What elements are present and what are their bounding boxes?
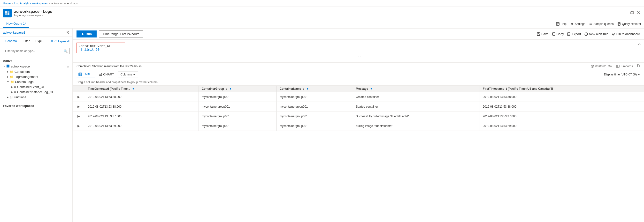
breadcrumb-workspaces[interactable]: Log Analytics workspaces xyxy=(14,2,48,5)
breadcrumb-home[interactable]: Home xyxy=(3,2,11,5)
col-filter-active-icon[interactable]: ▼ xyxy=(306,87,309,90)
tab-new-query-1[interactable]: New Query 1* xyxy=(3,20,29,28)
sidebar-tab-expl[interactable]: Expl... xyxy=(33,38,47,44)
row-expand-button[interactable]: ▶ xyxy=(76,94,82,100)
svg-rect-41 xyxy=(638,65,640,67)
aciworkspace-label: aciworkspace xyxy=(11,65,66,68)
cell-containergroup: mycontainergroup001 xyxy=(199,102,277,111)
results-status-text: Completed. Showing results from the last… xyxy=(76,65,591,68)
editor-collapse-button[interactable] xyxy=(638,42,641,47)
sidebar-item-containerinstancelog[interactable]: ▶ ▦ ContainerInstanceLog_CL xyxy=(0,89,72,95)
close-button[interactable] xyxy=(636,10,641,16)
col-containername[interactable]: ContainerName_s ▼ xyxy=(277,86,353,92)
col-timegenerated[interactable]: TimeGenerated [Pacific Time... ▼ xyxy=(85,86,199,92)
time-range-button[interactable]: Time range: Last 24 hours xyxy=(99,30,143,37)
cell-containergroup: mycontainergroup001 xyxy=(199,111,277,121)
sidebar-item-containerevent[interactable]: ▶ ▦ ContainerEvent_CL xyxy=(0,84,72,89)
row-expand-button[interactable]: ▶ xyxy=(76,123,82,129)
svg-rect-4 xyxy=(631,11,633,14)
col-filter-icon[interactable]: ▼ xyxy=(229,87,232,90)
help-button[interactable]: Help xyxy=(556,22,566,26)
cell-firsttimestamp: 2019-08-02T13:53:38.000 xyxy=(480,102,644,111)
containers-label: Containers xyxy=(14,70,70,73)
sidebar-content: Active ▼ aciworkspace ☆ ▶ 📁 xyxy=(0,56,72,222)
editor-content[interactable]: ContainerEvent_CL | limit 50 xyxy=(76,42,125,53)
row-expand-button[interactable]: ▶ xyxy=(76,113,82,119)
query-explorer-button[interactable]: Query explorer xyxy=(618,22,641,26)
export-label: Export xyxy=(572,32,581,36)
row-expand-button[interactable]: ▶ xyxy=(76,103,82,110)
svg-marker-28 xyxy=(82,33,84,35)
cell-message: Started container xyxy=(353,102,480,111)
favorite-icon[interactable]: ☆ xyxy=(66,65,70,68)
cell-message: Successfully pulled image "fluent/fluent… xyxy=(353,111,480,121)
pin-to-dashboard-button[interactable]: Pin to dashboard xyxy=(612,32,640,36)
svg-rect-32 xyxy=(553,33,555,35)
col-containergroup[interactable]: ContainerGroup_s ▼ xyxy=(199,86,277,92)
tab-add-button[interactable]: + xyxy=(29,21,36,27)
tab-bar: New Query 1* + Help Settings Sample xyxy=(0,19,644,28)
svg-rect-31 xyxy=(537,34,540,35)
col-filter-icon[interactable]: ▼ xyxy=(370,87,373,90)
view-table-button[interactable]: TABLE xyxy=(76,71,95,77)
svg-rect-38 xyxy=(616,65,619,67)
sidebar-collapse-button[interactable]: Collapse all xyxy=(50,40,70,43)
editor-line2: | limit 50 xyxy=(79,48,123,51)
containerevent-label: ContainerEvent_CL xyxy=(17,85,70,89)
svg-rect-3 xyxy=(8,13,10,15)
sidebar-item-aciworkspace[interactable]: ▼ aciworkspace ☆ xyxy=(0,64,72,69)
svg-point-20 xyxy=(68,33,69,34)
sidebar-tab-filter[interactable]: Filter xyxy=(20,38,32,44)
svg-rect-47 xyxy=(100,74,101,76)
results-status-bar: Completed. Showing results from the last… xyxy=(73,63,644,70)
svg-point-19 xyxy=(67,32,68,33)
workspace-link[interactable]: aciworkspace2 xyxy=(3,31,26,34)
query-explorer-label: Query explorer xyxy=(622,22,641,26)
sidebar-item-customlogs[interactable]: ▼ 📁 Custom Logs xyxy=(0,79,72,84)
sidebar-item-logmanagement[interactable]: ▶ 📁 LogManagement xyxy=(0,74,72,79)
sidebar-tab-schema[interactable]: Schema xyxy=(3,38,19,44)
chevron-right-icon: ▶ xyxy=(11,86,13,88)
cell-message: Created container xyxy=(353,92,480,102)
sample-queries-button[interactable]: Sample queries xyxy=(589,22,614,26)
function-icon: fx xyxy=(10,95,12,99)
table-icon: ▦ xyxy=(14,86,16,88)
display-time-selector[interactable]: Display time (UTC-07:00) xyxy=(604,73,640,76)
run-button[interactable]: Run xyxy=(76,30,96,37)
records-count: 8 records xyxy=(616,65,633,68)
view-chart-button[interactable]: CHART xyxy=(96,72,116,77)
results-area: Completed. Showing results from the last… xyxy=(73,63,644,222)
svg-point-36 xyxy=(586,34,586,35)
settings-button[interactable]: Settings xyxy=(570,22,585,26)
workspace-icon xyxy=(6,64,10,68)
columns-button[interactable]: Columns xyxy=(118,72,138,77)
query-area: Run Time range: Last 24 hours Save xyxy=(73,28,644,222)
save-button[interactable]: Save xyxy=(537,32,548,36)
cell-firsttimestamp: 2019-08-02T13:53:37.000 xyxy=(480,111,644,121)
sidebar-item-functions[interactable]: ▶ fx Functions xyxy=(0,95,72,100)
chevron-down-icon: ▼ xyxy=(7,80,9,83)
sidebar-search-input[interactable] xyxy=(3,48,70,54)
copy-button[interactable]: Copy xyxy=(552,32,564,36)
cell-firsttimestamp: 2019-08-02T13:53:29.000 xyxy=(480,121,644,131)
copy-label: Copy xyxy=(556,32,564,36)
editor-line1: ContainerEvent_CL xyxy=(79,44,123,48)
sidebar-settings-button[interactable] xyxy=(66,30,70,34)
restore-button[interactable] xyxy=(630,10,635,16)
cell-firsttimestamp: 2019-08-02T13:53:38.000 xyxy=(480,92,644,102)
col-firsttimestamp[interactable]: FirstTimestamp_t [Pacific Time (US and C… xyxy=(480,86,644,92)
new-alert-button[interactable]: New alert rule xyxy=(584,32,608,36)
col-message[interactable]: Message ▼ xyxy=(353,86,480,92)
copy-results-button[interactable] xyxy=(637,64,640,68)
col-filter-icon[interactable]: ▼ xyxy=(132,87,135,90)
svg-rect-46 xyxy=(99,75,100,76)
cell-timegenerated: 2019-08-02T13:53:37.000 xyxy=(85,111,199,121)
chevron-right-icon: ▶ xyxy=(7,96,9,98)
sidebar-item-containers[interactable]: ▶ 📁 Containers xyxy=(0,69,72,74)
export-button[interactable]: Export xyxy=(567,32,581,36)
cell-containername: mycontainergroup001 xyxy=(277,121,353,131)
svg-rect-48 xyxy=(101,73,102,76)
page-subtitle: Log Analytics workspace xyxy=(14,14,52,17)
svg-point-18 xyxy=(68,31,69,32)
chevron-right-icon: ▶ xyxy=(7,70,9,73)
